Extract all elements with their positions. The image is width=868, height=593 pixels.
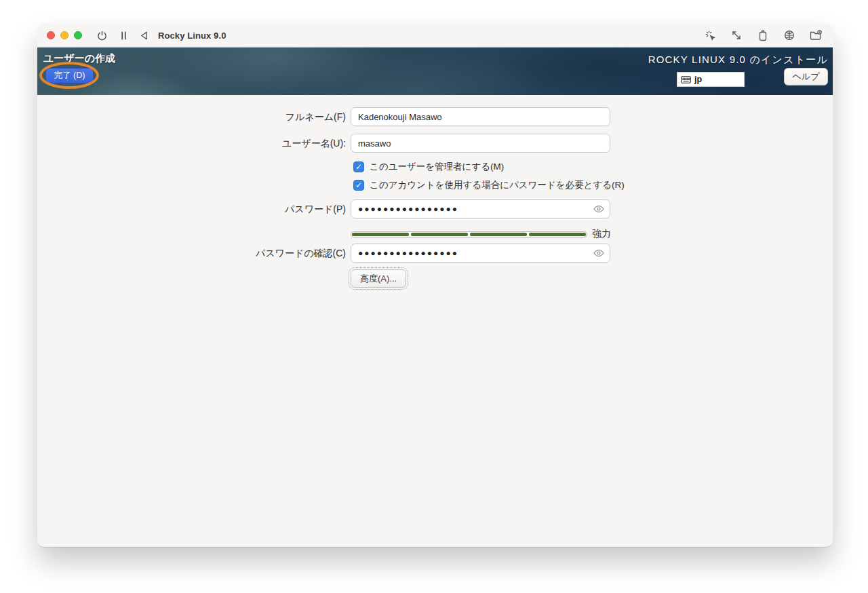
- page-title: ユーザーの作成: [43, 52, 115, 65]
- password-label: パスワード(P): [285, 199, 346, 218]
- fullname-input[interactable]: [351, 107, 610, 126]
- globe-icon[interactable]: [782, 28, 797, 43]
- require-password-checkbox-row: ✓ このアカウントを使用する場合にパスワードを必要とする(R): [353, 179, 625, 191]
- window-title: Rocky Linux 9.0: [158, 31, 226, 41]
- magic-pointer-icon[interactable]: [703, 28, 717, 43]
- pause-icon[interactable]: [116, 28, 131, 43]
- confirm-password-row: パスワードの確認(C): [37, 244, 833, 263]
- strength-label: 強力: [592, 228, 611, 240]
- username-row: ユーザー名(U):: [37, 134, 833, 153]
- help-button[interactable]: ヘルプ: [784, 68, 828, 85]
- fullname-row: フルネーム(F): [37, 107, 833, 126]
- show-confirm-password-icon[interactable]: [593, 248, 604, 258]
- advanced-button[interactable]: 高度(A)...: [351, 269, 406, 288]
- vm-window: Rocky Linux 9.0: [37, 24, 833, 547]
- password-row: パスワード(P): [37, 199, 833, 218]
- require-password-checkbox-label: このアカウントを使用する場合にパスワードを必要とする(R): [370, 179, 625, 191]
- admin-checkbox-label: このユーザーを管理者にする(M): [370, 161, 504, 173]
- traffic-lights: [47, 31, 82, 39]
- done-button[interactable]: 完了 (D): [45, 68, 94, 83]
- installer-header: ユーザーの作成 完了 (D) ROCKY LINUX 9.0 のインストール j…: [37, 47, 833, 95]
- admin-checkbox[interactable]: ✓: [353, 161, 364, 172]
- password-strength-meter: [351, 231, 587, 237]
- minimize-button[interactable]: [60, 31, 68, 39]
- require-password-checkbox[interactable]: ✓: [353, 180, 364, 191]
- password-strength-row: 強力: [351, 228, 611, 240]
- shared-folder-icon[interactable]: [808, 28, 823, 43]
- strength-segment: [529, 233, 586, 236]
- confirm-password-input[interactable]: [351, 244, 610, 263]
- strength-segment: [470, 233, 527, 236]
- usb-device-icon[interactable]: [755, 28, 770, 43]
- titlebar: Rocky Linux 9.0: [37, 24, 833, 47]
- username-label: ユーザー名(U):: [282, 134, 346, 153]
- strength-segment: [352, 233, 409, 236]
- checkmark-icon: ✓: [355, 162, 362, 172]
- install-title: ROCKY LINUX 9.0 のインストール: [648, 54, 828, 66]
- username-input[interactable]: [351, 134, 610, 153]
- admin-checkbox-row: ✓ このユーザーを管理者にする(M): [353, 161, 504, 173]
- keyboard-icon: [681, 76, 691, 83]
- keyboard-layout-label: jp: [694, 75, 702, 84]
- confirm-password-label: パスワードの確認(C): [256, 244, 346, 263]
- create-user-form: フルネーム(F) ユーザー名(U): ✓ このユーザーを管理者にする(M): [37, 95, 833, 547]
- strength-segment: [411, 233, 468, 236]
- back-icon[interactable]: [136, 28, 151, 43]
- fullname-label: フルネーム(F): [285, 107, 346, 126]
- power-icon[interactable]: [94, 28, 109, 43]
- keyboard-layout-indicator[interactable]: jp: [677, 72, 745, 87]
- close-button[interactable]: [47, 31, 55, 39]
- zoom-button[interactable]: [74, 31, 82, 39]
- toolbar-right: [703, 28, 823, 43]
- screenshot-page: Rocky Linux 9.0: [0, 0, 868, 593]
- password-input[interactable]: [351, 199, 610, 218]
- show-password-icon[interactable]: [593, 204, 604, 214]
- checkmark-icon: ✓: [355, 180, 362, 190]
- resize-arrow-icon[interactable]: [729, 28, 744, 43]
